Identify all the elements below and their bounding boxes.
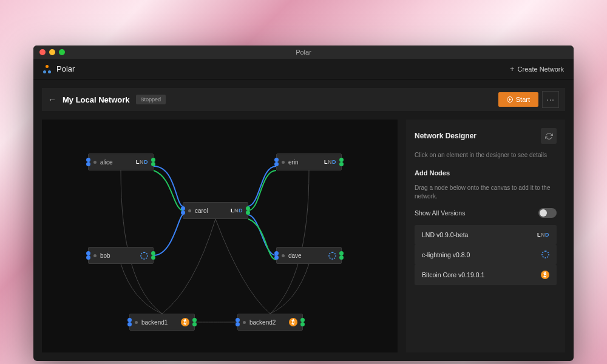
port-out[interactable]	[192, 322, 197, 326]
sidebar-hint: Click on an element in the designer to s…	[415, 151, 557, 160]
back-button[interactable]: ←	[48, 95, 56, 104]
port-in[interactable]	[236, 322, 240, 326]
port-in[interactable]	[86, 162, 90, 166]
clightning-icon	[541, 251, 549, 258]
add-nodes-hint: Drag a node below onto the canvas to add…	[415, 184, 557, 201]
port-in[interactable]	[86, 255, 90, 260]
node-template-item[interactable]: c-lightning v0.8.0	[415, 244, 557, 265]
node-status-dot	[243, 321, 246, 324]
refresh-button[interactable]	[541, 128, 557, 144]
node-label: erin	[288, 159, 324, 166]
node-label: backend2	[249, 319, 289, 326]
canvas-node-erin[interactable]: erinLND	[276, 153, 342, 170]
show-versions-toggle[interactable]	[538, 208, 557, 218]
canvas-node-carol[interactable]: carolLND	[183, 202, 248, 219]
start-label: Start	[516, 96, 530, 103]
sidebar-title: Network Designer	[415, 132, 476, 140]
node-template-item[interactable]: Bitcoin Core v0.19.0.1₿	[415, 265, 557, 285]
port-out[interactable]	[339, 251, 344, 255]
lnd-icon: LND	[231, 207, 243, 214]
designer-canvas[interactable]: aliceLNDerinLNDcarolLNDbobdavebackend1₿b…	[42, 120, 398, 352]
add-nodes-title: Add Nodes	[415, 169, 557, 177]
canvas-node-bob[interactable]: bob	[88, 247, 154, 264]
bitcoin-icon: ₿	[289, 318, 297, 326]
port-in[interactable]	[86, 251, 90, 255]
port-in[interactable]	[274, 251, 279, 255]
canvas-node-backend1[interactable]: backend1₿	[129, 314, 195, 331]
node-status-dot	[282, 254, 285, 257]
port-out[interactable]	[339, 255, 344, 260]
port-out[interactable]	[339, 162, 344, 166]
node-label: alice	[100, 159, 136, 166]
lnd-icon: LND	[537, 232, 549, 238]
node-status-dot	[282, 161, 285, 164]
bitcoin-icon: ₿	[541, 271, 549, 279]
node-status-dot	[93, 254, 97, 257]
create-network-button[interactable]: + Create Network	[510, 65, 564, 73]
create-network-label: Create Network	[518, 66, 564, 73]
port-out[interactable]	[151, 251, 155, 255]
port-out[interactable]	[151, 162, 155, 166]
play-icon	[507, 96, 513, 103]
port-in[interactable]	[181, 206, 185, 211]
app-header: Polar + Create Network	[33, 59, 574, 79]
node-label: carol	[195, 207, 231, 214]
port-in[interactable]	[127, 318, 132, 322]
port-out[interactable]	[300, 322, 305, 326]
lnd-icon: LND	[324, 159, 336, 165]
port-out[interactable]	[246, 206, 250, 211]
status-badge: Stopped	[136, 95, 166, 104]
node-status-dot	[93, 161, 97, 164]
app-window: Polar Polar + Create Network ← My Local …	[33, 46, 574, 361]
show-versions-label: Show All Versions	[415, 209, 465, 217]
port-out[interactable]	[246, 211, 250, 215]
node-status-dot	[135, 321, 138, 324]
sidebar: Network Designer Click on an element in …	[406, 120, 565, 352]
clightning-icon	[328, 252, 336, 260]
port-in[interactable]	[181, 211, 185, 215]
port-out[interactable]	[339, 158, 344, 162]
node-template-label: LND v0.9.0-beta	[422, 231, 468, 238]
port-out[interactable]	[192, 318, 197, 322]
start-button[interactable]: Start	[498, 92, 538, 107]
maximize-window-button[interactable]	[59, 49, 65, 55]
canvas-node-dave[interactable]: dave	[276, 247, 342, 264]
minimize-window-button[interactable]	[49, 49, 55, 55]
port-in[interactable]	[236, 318, 240, 322]
node-template-label: c-lightning v0.8.0	[422, 251, 470, 258]
port-out[interactable]	[151, 255, 155, 260]
more-menu-button[interactable]: ⋮	[542, 91, 559, 108]
bitcoin-icon: ₿	[181, 318, 189, 326]
port-in[interactable]	[127, 322, 132, 326]
app-logo-icon	[43, 65, 52, 73]
node-label: dave	[288, 252, 328, 259]
traffic-lights	[39, 49, 65, 55]
port-in[interactable]	[86, 158, 90, 162]
plus-icon: +	[510, 65, 515, 73]
close-window-button[interactable]	[39, 49, 46, 55]
node-status-dot	[188, 209, 191, 212]
port-in[interactable]	[274, 255, 279, 260]
network-header: ← My Local Network Stopped Start ⋮	[42, 88, 565, 111]
clightning-icon	[140, 252, 148, 260]
port-out[interactable]	[151, 158, 155, 162]
port-in[interactable]	[274, 162, 279, 166]
port-in[interactable]	[274, 158, 279, 162]
port-out[interactable]	[300, 318, 305, 322]
lnd-icon: LND	[136, 159, 148, 165]
refresh-icon	[545, 132, 553, 140]
canvas-node-alice[interactable]: aliceLND	[88, 153, 154, 170]
app-brand: Polar	[56, 64, 75, 73]
node-template-item[interactable]: LND v0.9.0-betaLND	[415, 225, 557, 244]
window-title: Polar	[296, 49, 311, 56]
node-label: bob	[100, 252, 140, 259]
node-template-label: Bitcoin Core v0.19.0.1	[422, 271, 484, 278]
canvas-node-backend2[interactable]: backend2₿	[237, 314, 303, 331]
network-title: My Local Network	[63, 95, 130, 104]
node-label: backend1	[141, 319, 181, 326]
titlebar: Polar	[33, 46, 574, 59]
